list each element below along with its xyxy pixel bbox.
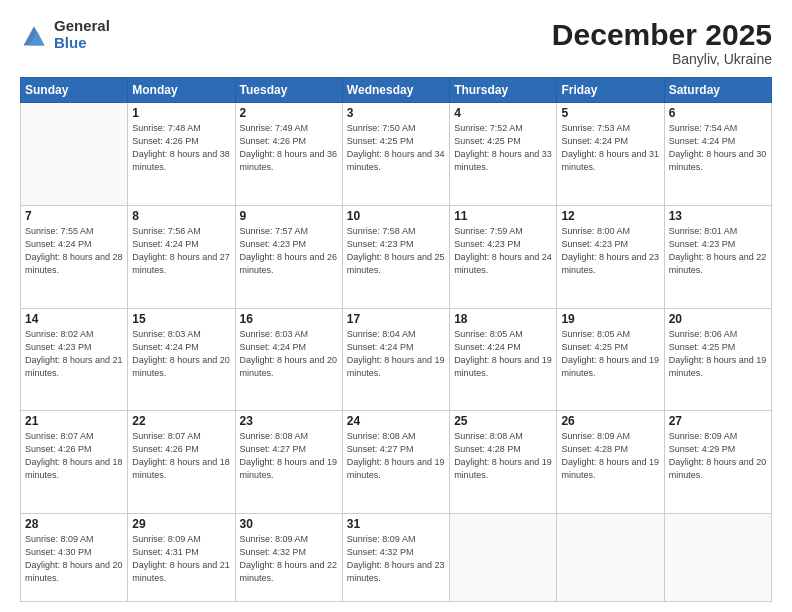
table-cell: 28Sunrise: 8:09 AM Sunset: 4:30 PM Dayli… — [21, 514, 128, 602]
table-cell — [450, 514, 557, 602]
title-block: December 2025 Banyliv, Ukraine — [552, 18, 772, 67]
day-number: 17 — [347, 312, 445, 326]
table-cell: 13Sunrise: 8:01 AM Sunset: 4:23 PM Dayli… — [664, 205, 771, 308]
table-cell: 9Sunrise: 7:57 AM Sunset: 4:23 PM Daylig… — [235, 205, 342, 308]
day-number: 26 — [561, 414, 659, 428]
week-row-4: 21Sunrise: 8:07 AM Sunset: 4:26 PM Dayli… — [21, 411, 772, 514]
logo-icon — [20, 21, 48, 49]
day-info: Sunrise: 7:54 AM Sunset: 4:24 PM Dayligh… — [669, 122, 767, 174]
col-thursday: Thursday — [450, 78, 557, 103]
day-number: 10 — [347, 209, 445, 223]
logo-text: General Blue — [54, 18, 110, 51]
logo-general: General — [54, 18, 110, 35]
col-monday: Monday — [128, 78, 235, 103]
calendar-table: Sunday Monday Tuesday Wednesday Thursday… — [20, 77, 772, 602]
table-cell: 29Sunrise: 8:09 AM Sunset: 4:31 PM Dayli… — [128, 514, 235, 602]
day-info: Sunrise: 8:09 AM Sunset: 4:32 PM Dayligh… — [240, 533, 338, 585]
day-number: 11 — [454, 209, 552, 223]
page: General Blue December 2025 Banyliv, Ukra… — [0, 0, 792, 612]
month-title: December 2025 — [552, 18, 772, 51]
day-info: Sunrise: 7:52 AM Sunset: 4:25 PM Dayligh… — [454, 122, 552, 174]
table-cell: 14Sunrise: 8:02 AM Sunset: 4:23 PM Dayli… — [21, 308, 128, 411]
day-info: Sunrise: 8:05 AM Sunset: 4:25 PM Dayligh… — [561, 328, 659, 380]
day-number: 19 — [561, 312, 659, 326]
table-cell: 5Sunrise: 7:53 AM Sunset: 4:24 PM Daylig… — [557, 103, 664, 206]
day-number: 23 — [240, 414, 338, 428]
day-number: 16 — [240, 312, 338, 326]
table-cell: 26Sunrise: 8:09 AM Sunset: 4:28 PM Dayli… — [557, 411, 664, 514]
table-cell: 24Sunrise: 8:08 AM Sunset: 4:27 PM Dayli… — [342, 411, 449, 514]
table-cell: 16Sunrise: 8:03 AM Sunset: 4:24 PM Dayli… — [235, 308, 342, 411]
table-cell: 20Sunrise: 8:06 AM Sunset: 4:25 PM Dayli… — [664, 308, 771, 411]
day-number: 5 — [561, 106, 659, 120]
table-cell — [664, 514, 771, 602]
table-cell: 1Sunrise: 7:48 AM Sunset: 4:26 PM Daylig… — [128, 103, 235, 206]
col-wednesday: Wednesday — [342, 78, 449, 103]
day-info: Sunrise: 8:00 AM Sunset: 4:23 PM Dayligh… — [561, 225, 659, 277]
day-info: Sunrise: 8:07 AM Sunset: 4:26 PM Dayligh… — [25, 430, 123, 482]
day-number: 31 — [347, 517, 445, 531]
table-cell: 19Sunrise: 8:05 AM Sunset: 4:25 PM Dayli… — [557, 308, 664, 411]
day-info: Sunrise: 7:48 AM Sunset: 4:26 PM Dayligh… — [132, 122, 230, 174]
day-number: 27 — [669, 414, 767, 428]
day-info: Sunrise: 7:53 AM Sunset: 4:24 PM Dayligh… — [561, 122, 659, 174]
week-row-1: 1Sunrise: 7:48 AM Sunset: 4:26 PM Daylig… — [21, 103, 772, 206]
day-number: 22 — [132, 414, 230, 428]
table-cell: 3Sunrise: 7:50 AM Sunset: 4:25 PM Daylig… — [342, 103, 449, 206]
day-number: 15 — [132, 312, 230, 326]
table-cell: 4Sunrise: 7:52 AM Sunset: 4:25 PM Daylig… — [450, 103, 557, 206]
day-info: Sunrise: 8:09 AM Sunset: 4:31 PM Dayligh… — [132, 533, 230, 585]
day-number: 8 — [132, 209, 230, 223]
day-number: 6 — [669, 106, 767, 120]
day-number: 20 — [669, 312, 767, 326]
day-info: Sunrise: 8:09 AM Sunset: 4:30 PM Dayligh… — [25, 533, 123, 585]
week-row-3: 14Sunrise: 8:02 AM Sunset: 4:23 PM Dayli… — [21, 308, 772, 411]
col-tuesday: Tuesday — [235, 78, 342, 103]
day-info: Sunrise: 7:57 AM Sunset: 4:23 PM Dayligh… — [240, 225, 338, 277]
week-row-5: 28Sunrise: 8:09 AM Sunset: 4:30 PM Dayli… — [21, 514, 772, 602]
day-info: Sunrise: 8:08 AM Sunset: 4:27 PM Dayligh… — [240, 430, 338, 482]
week-row-2: 7Sunrise: 7:55 AM Sunset: 4:24 PM Daylig… — [21, 205, 772, 308]
day-info: Sunrise: 8:04 AM Sunset: 4:24 PM Dayligh… — [347, 328, 445, 380]
day-info: Sunrise: 8:01 AM Sunset: 4:23 PM Dayligh… — [669, 225, 767, 277]
day-number: 21 — [25, 414, 123, 428]
table-cell: 27Sunrise: 8:09 AM Sunset: 4:29 PM Dayli… — [664, 411, 771, 514]
day-number: 25 — [454, 414, 552, 428]
day-number: 9 — [240, 209, 338, 223]
day-number: 4 — [454, 106, 552, 120]
day-number: 13 — [669, 209, 767, 223]
table-cell: 31Sunrise: 8:09 AM Sunset: 4:32 PM Dayli… — [342, 514, 449, 602]
day-number: 18 — [454, 312, 552, 326]
table-cell — [21, 103, 128, 206]
day-info: Sunrise: 8:08 AM Sunset: 4:28 PM Dayligh… — [454, 430, 552, 482]
header: General Blue December 2025 Banyliv, Ukra… — [20, 18, 772, 67]
day-info: Sunrise: 7:50 AM Sunset: 4:25 PM Dayligh… — [347, 122, 445, 174]
logo-blue: Blue — [54, 35, 110, 52]
day-number: 1 — [132, 106, 230, 120]
day-number: 12 — [561, 209, 659, 223]
day-number: 7 — [25, 209, 123, 223]
location: Banyliv, Ukraine — [552, 51, 772, 67]
table-cell: 11Sunrise: 7:59 AM Sunset: 4:23 PM Dayli… — [450, 205, 557, 308]
calendar-header-row: Sunday Monday Tuesday Wednesday Thursday… — [21, 78, 772, 103]
day-number: 28 — [25, 517, 123, 531]
table-cell: 21Sunrise: 8:07 AM Sunset: 4:26 PM Dayli… — [21, 411, 128, 514]
day-info: Sunrise: 8:09 AM Sunset: 4:28 PM Dayligh… — [561, 430, 659, 482]
table-cell: 17Sunrise: 8:04 AM Sunset: 4:24 PM Dayli… — [342, 308, 449, 411]
day-info: Sunrise: 7:55 AM Sunset: 4:24 PM Dayligh… — [25, 225, 123, 277]
day-info: Sunrise: 8:09 AM Sunset: 4:32 PM Dayligh… — [347, 533, 445, 585]
col-friday: Friday — [557, 78, 664, 103]
col-sunday: Sunday — [21, 78, 128, 103]
table-cell: 12Sunrise: 8:00 AM Sunset: 4:23 PM Dayli… — [557, 205, 664, 308]
day-number: 29 — [132, 517, 230, 531]
day-info: Sunrise: 7:49 AM Sunset: 4:26 PM Dayligh… — [240, 122, 338, 174]
day-info: Sunrise: 8:07 AM Sunset: 4:26 PM Dayligh… — [132, 430, 230, 482]
table-cell: 2Sunrise: 7:49 AM Sunset: 4:26 PM Daylig… — [235, 103, 342, 206]
day-info: Sunrise: 8:05 AM Sunset: 4:24 PM Dayligh… — [454, 328, 552, 380]
table-cell: 23Sunrise: 8:08 AM Sunset: 4:27 PM Dayli… — [235, 411, 342, 514]
table-cell: 22Sunrise: 8:07 AM Sunset: 4:26 PM Dayli… — [128, 411, 235, 514]
table-cell: 15Sunrise: 8:03 AM Sunset: 4:24 PM Dayli… — [128, 308, 235, 411]
day-info: Sunrise: 8:08 AM Sunset: 4:27 PM Dayligh… — [347, 430, 445, 482]
day-number: 14 — [25, 312, 123, 326]
day-info: Sunrise: 8:02 AM Sunset: 4:23 PM Dayligh… — [25, 328, 123, 380]
